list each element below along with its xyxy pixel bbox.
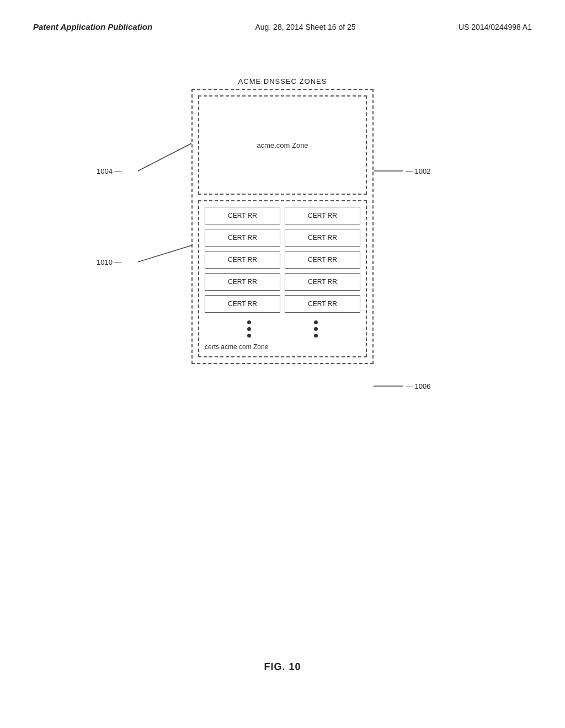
cert-rr-9: CERT RR [205, 295, 280, 313]
diagram-area: ACME DNSSEC ZONES acme.com Zone CERT RR … [172, 77, 393, 364]
svg-text:— 1002: — 1002 [406, 167, 431, 175]
header-center-label: Aug. 28, 2014 Sheet 16 of 25 [255, 23, 355, 31]
diagram-title: ACME DNSSEC ZONES [172, 77, 393, 85]
svg-text:— 1006: — 1006 [406, 382, 431, 390]
outer-box-1002: acme.com Zone CERT RR CERT RR CERT RR CE… [191, 89, 374, 364]
header: Patent Application Publication Aug. 28, … [33, 22, 532, 31]
dot [314, 320, 318, 324]
svg-text:1004 —: 1004 — [97, 167, 122, 175]
cert-rr-7: CERT RR [205, 273, 280, 291]
cert-rr-grid: CERT RR CERT RR CERT RR CERT RR CERT RR … [205, 207, 360, 313]
dot [247, 327, 251, 331]
dots-col-right [314, 320, 318, 338]
cert-rr-2: CERT RR [285, 207, 360, 224]
certs-zone-1010: CERT RR CERT RR CERT RR CERT RR CERT RR … [198, 200, 367, 357]
dot [247, 320, 251, 324]
acme-zone-1004: acme.com Zone [198, 95, 367, 195]
cert-rr-10: CERT RR [285, 295, 360, 313]
cert-rr-5: CERT RR [205, 251, 280, 269]
certs-zone-label: certs.acme.com Zone [205, 343, 360, 351]
cert-rr-4: CERT RR [285, 229, 360, 247]
page: Patent Application Publication Aug. 28, … [0, 0, 565, 728]
dot [247, 334, 251, 338]
cert-rr-8: CERT RR [285, 273, 360, 291]
figure-caption: FIG. 10 [264, 661, 301, 673]
dot [314, 334, 318, 338]
svg-text:1010 —: 1010 — [97, 258, 122, 266]
acme-zone-label: acme.com Zone [257, 141, 308, 149]
header-left-label: Patent Application Publication [33, 22, 152, 31]
dot [314, 327, 318, 331]
cert-rr-6: CERT RR [285, 251, 360, 269]
cert-rr-1: CERT RR [205, 207, 280, 224]
dots-row [205, 318, 360, 340]
cert-rr-3: CERT RR [205, 229, 280, 247]
dots-col-left [247, 320, 251, 338]
header-right-label: US 2014/0244998 A1 [459, 23, 532, 31]
